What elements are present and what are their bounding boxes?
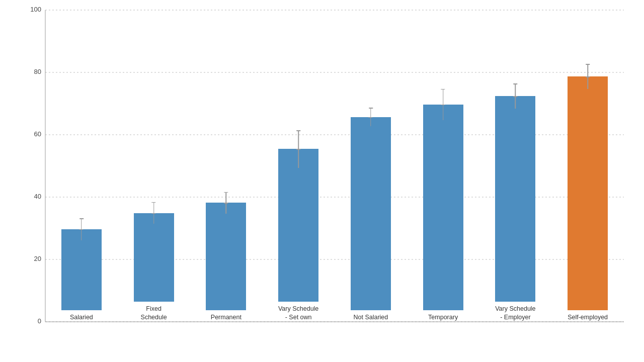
bar-group-not-salaried: Not Salaried (335, 10, 407, 322)
error-bar-not-salaried (370, 108, 371, 109)
bars-area: SalariedFixed SchedulePermanentVary Sche… (45, 10, 624, 322)
bar-permanent (206, 203, 246, 310)
bar-not-salaried (351, 117, 391, 310)
bar-salaried (61, 229, 102, 310)
bar-label-permanent: Permanent (211, 313, 242, 322)
error-bar-fixed-schedule (153, 202, 154, 203)
svg-text:20: 20 (34, 255, 41, 262)
chart-container: 020406080100 SalariedFixed SchedulePerma… (0, 0, 644, 362)
svg-text:100: 100 (30, 6, 41, 13)
bar-label-temporary: Temporary (428, 313, 458, 322)
error-bar-temporary (443, 89, 444, 90)
error-bar-vary-schedule-set-own (298, 130, 299, 131)
svg-text:80: 80 (34, 68, 41, 75)
bar-group-salaried: Salaried (45, 10, 118, 322)
bar-label-vary-schedule-employer: Vary Schedule - Employer (495, 305, 535, 322)
error-bar-permanent (226, 192, 227, 193)
bar-group-vary-schedule-employer: Vary Schedule - Employer (479, 10, 552, 322)
svg-text:40: 40 (34, 193, 41, 200)
bar-label-vary-schedule-set-own: Vary Schedule - Set own (278, 305, 318, 322)
svg-text:60: 60 (34, 130, 41, 138)
bar-temporary (423, 105, 463, 310)
bar-group-temporary: Temporary (407, 10, 479, 322)
bar-group-vary-schedule-set-own: Vary Schedule - Set own (262, 10, 335, 322)
bar-group-self-employed: Self-employed (551, 10, 624, 322)
chart-area: 020406080100 SalariedFixed SchedulePerma… (45, 10, 624, 322)
error-bar-vary-schedule-employer (515, 83, 516, 84)
bar-label-not-salaried: Not Salaried (353, 313, 388, 322)
bar-group-permanent: Permanent (190, 10, 263, 322)
bar-label-self-employed: Self-employed (568, 313, 608, 322)
bar-vary-schedule-set-own (278, 149, 318, 302)
bar-label-fixed-schedule: Fixed Schedule (141, 305, 167, 322)
bar-group-fixed-schedule: Fixed Schedule (118, 10, 190, 322)
error-bar-self-employed (587, 64, 588, 65)
bar-fixed-schedule (134, 213, 174, 302)
bar-self-employed (568, 76, 608, 310)
error-bar-salaried (81, 218, 82, 219)
bar-label-salaried: Salaried (70, 313, 93, 322)
svg-text:0: 0 (38, 317, 41, 325)
bar-vary-schedule-employer (495, 96, 535, 302)
